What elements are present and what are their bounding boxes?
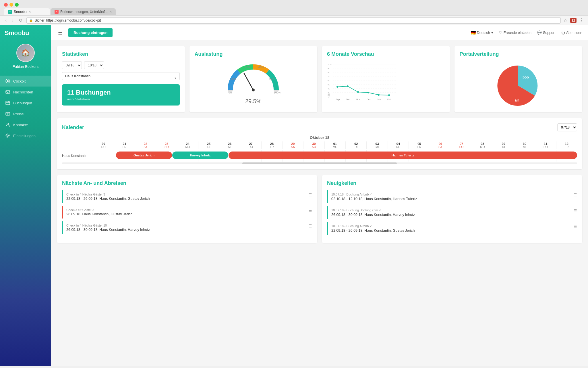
maximize-dot[interactable] bbox=[15, 3, 19, 7]
language-selector[interactable]: 🇩🇪 Deutsch ▾ bbox=[471, 30, 493, 35]
svg-text:100%: 100% bbox=[274, 91, 281, 94]
tab-airbnb-close[interactable]: ✕ bbox=[109, 10, 112, 14]
forward-button[interactable]: › bbox=[11, 17, 14, 24]
day-wday-2: SA bbox=[135, 145, 156, 149]
einstellungen-label: Einstellungen bbox=[13, 134, 36, 138]
calendar-days-row: 20 DO 21 FR 22 SA 23 SO bbox=[93, 141, 577, 149]
day-wday-7: DO bbox=[240, 145, 261, 149]
resource-cells: Gustav Jerich Harvey Inhutz Hannes Tufer… bbox=[93, 150, 577, 162]
refresh-button[interactable]: ↻ bbox=[18, 17, 24, 24]
day-col-14: 04 DO bbox=[388, 141, 409, 149]
svg-text:70: 70 bbox=[328, 75, 330, 78]
day-col-21: 11 DO bbox=[535, 141, 556, 149]
property-select[interactable]: Haus Konstantin bbox=[62, 72, 180, 80]
news-menu-2[interactable]: ☰ bbox=[573, 224, 577, 229]
svg-point-5 bbox=[7, 123, 9, 125]
bookmark-icon[interactable]: ☆ bbox=[564, 18, 567, 23]
sidebar-item-preise[interactable]: Preise bbox=[0, 108, 51, 119]
minimize-dot[interactable] bbox=[9, 3, 13, 7]
menu-icon[interactable]: ⋮ bbox=[579, 18, 584, 23]
booking-gustav-label: Gustav Jerich bbox=[134, 154, 154, 157]
cockpit-icon bbox=[5, 78, 10, 84]
day-num-7: 27 bbox=[240, 142, 261, 145]
svg-point-38 bbox=[388, 94, 390, 96]
day-wday-11: MO bbox=[325, 145, 345, 149]
sidebar-item-nachrichten[interactable]: Nachrichten bbox=[0, 87, 51, 97]
svg-text:Jan: Jan bbox=[377, 98, 381, 101]
svg-text:40: 40 bbox=[328, 87, 330, 90]
booking-harvey[interactable]: Harvey Inhutz bbox=[172, 152, 228, 159]
logout-icon: ⏻ bbox=[561, 31, 565, 35]
top-row: Statistiken 09/18 10/18 Haus Konstanti bbox=[57, 46, 582, 112]
bottom-row: Nächste An- und Abreisen Check-in 4 Näch… bbox=[57, 175, 582, 243]
sidebar-item-einstellungen[interactable]: Einstellungen bbox=[0, 130, 51, 141]
kontakte-label: Kontakte bbox=[13, 123, 28, 127]
news-menu-1[interactable]: ☰ bbox=[573, 208, 577, 213]
day-col-20: 10 MI bbox=[514, 141, 535, 149]
friends-link[interactable]: ♡ Freunde einladen bbox=[499, 30, 531, 35]
tab-airbnb[interactable]: A Ferienwohnungen, Unterkünf... ✕ bbox=[51, 8, 116, 15]
day-wday-5: DI bbox=[198, 145, 219, 149]
close-dot[interactable] bbox=[4, 3, 8, 7]
day-wday-16: SA bbox=[430, 145, 451, 149]
day-num-15: 05 bbox=[409, 142, 430, 145]
calendar-resource-row: Haus Konstantin bbox=[62, 150, 577, 161]
arrival-menu-1[interactable]: ☰ bbox=[308, 208, 312, 213]
calendar-title: Kalender bbox=[62, 124, 84, 131]
booking-gustav[interactable]: Gustav Jerich bbox=[116, 152, 172, 159]
day-num-4: 24 bbox=[177, 142, 198, 145]
support-link[interactable]: 💬 Support bbox=[537, 30, 556, 35]
header-right: 🇩🇪 Deutsch ▾ ♡ Freunde einladen 💬 Suppor… bbox=[471, 30, 582, 35]
cal-scroll-indicator bbox=[62, 162, 577, 164]
hamburger-menu[interactable]: ☰ bbox=[57, 28, 64, 37]
day-col-3: 23 SO bbox=[156, 141, 177, 149]
calendar-month-title: Oktober 18 bbox=[62, 135, 577, 140]
booking-harvey-label: Harvey Inhutz bbox=[190, 154, 210, 157]
arrival-menu-0[interactable]: ☰ bbox=[308, 193, 312, 197]
news-menu-0[interactable]: ☰ bbox=[573, 193, 577, 197]
logout-link[interactable]: ⏻ Abmelden bbox=[561, 31, 582, 35]
arrival-item-2: Check-in 4 Nächte Gäste: 10 26.09.18 - 3… bbox=[62, 221, 312, 234]
day-wday-12: DI bbox=[346, 145, 366, 149]
svg-text:80: 80 bbox=[328, 71, 330, 74]
arrival-meta-1: Check-Out Gäste: 3 bbox=[66, 208, 309, 212]
arrival-detail-1: 26.09.18, Haus Konstantin, Gustav Jerich bbox=[66, 212, 309, 216]
arrival-detail-2: 26.09.18 - 30.09.18, Haus Konstantin, Ha… bbox=[66, 228, 309, 232]
portalverteilung-title: Portalverteilung bbox=[460, 51, 577, 57]
support-icon: 💬 bbox=[537, 30, 542, 35]
from-period-select[interactable]: 09/18 bbox=[62, 61, 82, 69]
arrival-menu-2[interactable]: ☰ bbox=[308, 224, 312, 228]
to-period-select[interactable]: 10/18 bbox=[84, 61, 104, 69]
sidebar-item-kontakte[interactable]: Kontakte bbox=[0, 119, 51, 130]
gauge-value: 29.5% bbox=[245, 98, 262, 105]
tab-smoobu-close[interactable]: ✕ bbox=[28, 10, 31, 14]
svg-text:Okt: Okt bbox=[346, 98, 350, 101]
calendar-month-select[interactable]: 07/18 bbox=[557, 123, 577, 131]
gauge-chart: 0% 20% 40% 60% 80% 100% bbox=[225, 61, 282, 96]
day-num-12: 02 bbox=[346, 142, 366, 145]
forecast-card: 6 Monate Vorschau 100 90 80 70 60 50 40 … bbox=[322, 46, 450, 112]
tabs-bar: S Smoobu ✕ A Ferienwohnungen, Unterkünf.… bbox=[0, 8, 588, 15]
tab-smoobu[interactable]: S Smoobu ✕ bbox=[4, 8, 50, 15]
day-num-10: 30 bbox=[303, 142, 324, 145]
sidebar-item-buchungen[interactable]: Buchungen bbox=[0, 97, 51, 108]
calendar-section: Kalender 07/18 Oktober 18 20 DO 21 bbox=[57, 118, 582, 169]
auslastung-title: Auslastung bbox=[195, 51, 312, 57]
news-detail-2: 22.09.18 - 26.09.18, Haus Konstantin, Gu… bbox=[331, 229, 574, 233]
svg-text:20%: 20% bbox=[231, 77, 236, 80]
stat-more[interactable]: mehr Statistiken bbox=[67, 97, 175, 101]
sidebar-item-cockpit[interactable]: Cockpit bbox=[0, 76, 51, 87]
avatar: 🏠 bbox=[16, 44, 35, 62]
buchung-eintragen-button[interactable]: Buchung eintragen bbox=[68, 28, 113, 37]
news-date-2: 10.07.18 - Buchung Airbnb ✓ bbox=[331, 224, 574, 228]
sidebar-user: 🏠 Fabian Beckers bbox=[0, 41, 51, 73]
back-button[interactable]: ‹ bbox=[4, 17, 8, 24]
booking-hannes[interactable]: Hannes Tufertz bbox=[229, 152, 577, 159]
day-wday-10: SO bbox=[303, 145, 324, 149]
heart-icon: ♡ bbox=[499, 30, 502, 35]
day-col-7: 27 DO bbox=[240, 141, 261, 149]
svg-text:Feb: Feb bbox=[387, 98, 391, 101]
day-num-18: 08 bbox=[472, 142, 493, 145]
svg-point-33 bbox=[336, 86, 338, 88]
url-bar[interactable]: 🔒 Sicher https://login.smoobu.com/de/coc… bbox=[26, 17, 561, 24]
